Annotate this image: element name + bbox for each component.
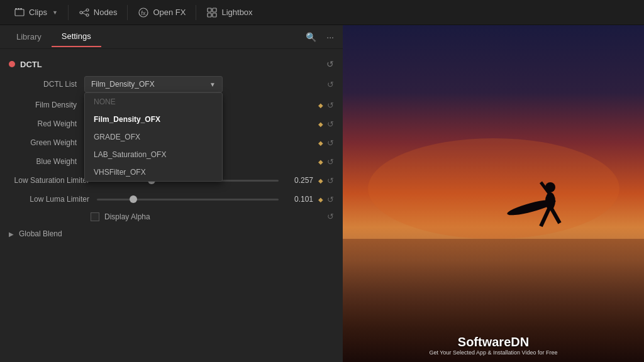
dropdown-item-vhs[interactable]: VHSFilter_OFX xyxy=(85,163,222,181)
display-alpha-row: Display Alpha ↺ xyxy=(0,209,343,224)
nav-sep-2 xyxy=(127,5,128,20)
red-weight-keyframe-btn[interactable]: ◆ xyxy=(318,121,323,128)
clips-icon xyxy=(14,7,25,18)
svg-rect-14 xyxy=(213,13,216,17)
top-navigation: Clips ▼ Nodes fx Open FX xyxy=(0,0,644,25)
blue-weight-actions: ◆ ↺ xyxy=(318,157,334,167)
red-weight-actions: ◆ ↺ xyxy=(318,119,334,129)
global-blend-label: Global Blend xyxy=(19,229,62,238)
svg-rect-12 xyxy=(213,8,216,12)
dctl-dropdown-menu: NONE Film_Density_OFX GRADE_OFX LAB_Satu… xyxy=(84,92,223,182)
nav-nodes[interactable]: Nodes xyxy=(71,4,125,21)
nav-lightbox[interactable]: Lightbox xyxy=(199,4,260,21)
svg-point-5 xyxy=(86,9,89,11)
dropdown-item-film-density[interactable]: Film_Density_OFX xyxy=(85,111,222,128)
dctl-list-reset-btn[interactable]: ↺ xyxy=(327,80,334,89)
low-sat-keyframe-btn[interactable]: ◆ xyxy=(318,177,323,184)
display-alpha-actions: ↺ xyxy=(327,212,334,221)
low-luma-row: Low Luma Limiter 0.101 ◆ ↺ xyxy=(0,190,343,209)
low-luma-control: 0.101 xyxy=(97,195,313,204)
tab-settings[interactable]: Settings xyxy=(52,26,101,47)
dctl-reset-btn[interactable]: ↺ xyxy=(326,59,334,69)
nodes-label: Nodes xyxy=(94,8,118,17)
dctl-list-value: Film_Density_OFX xyxy=(91,80,155,89)
dctl-section-header: DCTL ↺ xyxy=(0,55,343,73)
display-alpha-reset-btn[interactable]: ↺ xyxy=(327,212,334,221)
low-luma-label: Low Luma Limiter xyxy=(9,195,97,204)
red-weight-label: Red Weight xyxy=(9,119,84,128)
dropdown-item-none[interactable]: NONE xyxy=(85,93,222,111)
svg-rect-2 xyxy=(18,8,19,9)
low-luma-thumb[interactable] xyxy=(130,195,137,203)
film-density-label: Film Density xyxy=(9,101,84,109)
blue-weight-label: Blue Weight xyxy=(9,157,84,166)
green-weight-actions: ◆ ↺ xyxy=(318,138,334,148)
blue-weight-keyframe-btn[interactable]: ◆ xyxy=(318,158,323,165)
low-sat-actions: ◆ ↺ xyxy=(318,176,334,185)
film-density-actions: ◆ ↺ xyxy=(318,101,334,110)
nav-clips[interactable]: Clips ▼ xyxy=(6,4,65,21)
dctl-list-dropdown-btn[interactable]: Film_Density_OFX ▼ xyxy=(84,76,223,92)
low-luma-keyframe-btn[interactable]: ◆ xyxy=(318,196,323,203)
dctl-list-label: DCTL List xyxy=(9,80,84,89)
nodes-icon xyxy=(79,7,90,18)
global-blend-chevron-icon: ▶ xyxy=(9,231,14,238)
low-sat-value: 0.257 xyxy=(285,176,313,185)
display-alpha-label: Display Alpha xyxy=(104,212,150,221)
right-panel: SoftwareDN Get Your Selected App & Insta… xyxy=(343,25,644,362)
search-icon-btn[interactable]: 🔍 xyxy=(303,30,319,45)
film-density-keyframe-btn[interactable]: ◆ xyxy=(318,102,323,109)
green-weight-keyframe-btn[interactable]: ◆ xyxy=(318,140,323,146)
svg-text:fx: fx xyxy=(142,10,147,16)
low-luma-actions: ◆ ↺ xyxy=(318,195,334,204)
dctl-list-dropdown-wrapper: Film_Density_OFX ▼ NONE Film_Density_OFX xyxy=(84,76,223,92)
low-luma-value: 0.101 xyxy=(285,195,313,204)
tab-bar: Library Settings 🔍 ··· xyxy=(0,25,343,49)
low-luma-reset-btn[interactable]: ↺ xyxy=(327,195,334,204)
dctl-title: DCTL xyxy=(20,60,42,69)
blue-weight-reset-btn[interactable]: ↺ xyxy=(327,157,334,167)
low-luma-track[interactable] xyxy=(97,199,279,200)
settings-panel: DCTL ↺ DCTL List Film_Density_OFX ▼ xyxy=(0,49,343,362)
low-sat-reset-btn[interactable]: ↺ xyxy=(327,176,334,185)
svg-point-16 xyxy=(368,138,619,239)
main-content: Library Settings 🔍 ··· DCTL ↺ DCTL List xyxy=(0,25,644,362)
svg-rect-3 xyxy=(20,8,22,9)
svg-line-8 xyxy=(82,13,86,14)
clips-label: Clips xyxy=(29,8,47,17)
svg-rect-1 xyxy=(15,8,17,9)
svg-point-6 xyxy=(86,14,89,16)
svg-point-4 xyxy=(80,11,82,14)
film-density-reset-btn[interactable]: ↺ xyxy=(327,101,334,110)
low-sat-label: Low Saturation Limiter xyxy=(9,176,97,185)
dctl-list-actions: ↺ xyxy=(327,80,334,89)
openfx-label: Open FX xyxy=(153,8,186,17)
dctl-list-control: Film_Density_OFX ▼ NONE Film_Density_OFX xyxy=(84,76,322,92)
svg-line-7 xyxy=(82,10,86,12)
watermark-tagline: Get Your Selected App & Installation Vid… xyxy=(430,349,558,356)
dropdown-item-lab-sat[interactable]: LAB_Saturation_OFX xyxy=(85,146,222,163)
lightbox-icon xyxy=(206,7,218,18)
tab-library[interactable]: Library xyxy=(6,27,52,47)
more-options-btn[interactable]: ··· xyxy=(324,30,336,45)
openfx-icon: fx xyxy=(138,7,149,18)
dropdown-arrow-icon: ▼ xyxy=(209,81,216,88)
nav-sep-1 xyxy=(68,5,69,20)
video-preview: SoftwareDN Get Your Selected App & Insta… xyxy=(343,25,644,362)
left-panel: Library Settings 🔍 ··· DCTL ↺ DCTL List xyxy=(0,25,343,362)
red-weight-reset-btn[interactable]: ↺ xyxy=(327,119,334,129)
svg-rect-13 xyxy=(208,13,211,17)
clips-arrow: ▼ xyxy=(52,9,58,16)
display-alpha-checkbox[interactable] xyxy=(91,212,99,221)
dropdown-item-grade[interactable]: GRADE_OFX xyxy=(85,128,222,146)
global-blend-row[interactable]: ▶ Global Blend xyxy=(0,224,343,243)
svg-rect-0 xyxy=(15,9,24,16)
nav-openfx[interactable]: fx Open FX xyxy=(130,4,193,21)
watermark-brand: SoftwareDN xyxy=(430,335,558,349)
tab-actions: 🔍 ··· xyxy=(303,30,336,45)
green-weight-label: Green Weight xyxy=(9,138,84,147)
green-weight-reset-btn[interactable]: ↺ xyxy=(327,138,334,148)
dctl-list-row: DCTL List Film_Density_OFX ▼ NONE xyxy=(0,73,343,96)
dctl-enabled-dot[interactable] xyxy=(9,61,15,67)
lightbox-label: Lightbox xyxy=(221,8,252,17)
